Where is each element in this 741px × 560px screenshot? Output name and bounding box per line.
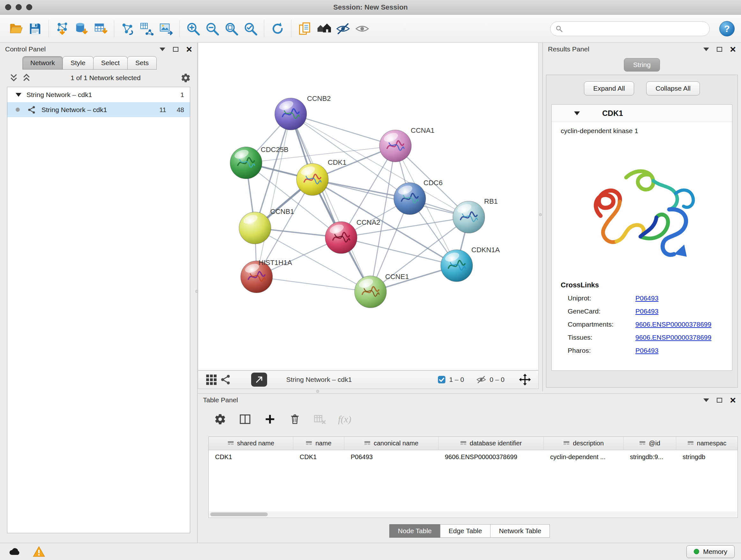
cell-canonical-name[interactable]: P06493 [344, 450, 439, 463]
network-node-ccna2[interactable] [325, 222, 357, 253]
show-all-button[interactable] [353, 19, 372, 39]
column-header-canonical-name[interactable]: canonical name [344, 437, 439, 450]
horizontal-splitter-handle[interactable] [316, 390, 319, 393]
scrollbar-thumb[interactable] [210, 512, 268, 516]
column-header-description[interactable]: description [544, 437, 623, 450]
gear-icon[interactable] [181, 73, 191, 83]
network-node-cdc6[interactable] [394, 183, 426, 214]
network-edge-ccna2-cdkn1a[interactable] [341, 238, 457, 266]
column-header-database-identifier[interactable]: database identifier [439, 437, 544, 450]
delete-column-button[interactable] [288, 412, 302, 426]
cell-id[interactable]: stringdb:9... [623, 450, 676, 463]
crosslink-link[interactable]: P06493 [635, 307, 658, 315]
network-node-rb1[interactable] [453, 201, 485, 233]
tree-item-current-network[interactable]: String Network – cdk1 11 48 [7, 102, 190, 117]
help-button[interactable]: ? [719, 21, 735, 37]
column-header-id[interactable]: @id [623, 437, 676, 450]
hidden-eye-slash-icon[interactable] [476, 374, 486, 385]
cell-namespace[interactable]: stringdb [676, 450, 738, 463]
table-row[interactable]: CDK1 CDK1 P06493 9606.ENSP00000378699 cy… [209, 450, 738, 463]
network-edge-hist1h1a-ccne1[interactable] [257, 277, 370, 292]
memory-button[interactable]: Memory [686, 545, 735, 558]
new-network-from-selection-button[interactable] [118, 19, 137, 39]
close-window-button[interactable] [5, 4, 11, 10]
panel-menu-icon[interactable] [159, 48, 165, 51]
network-node-ccnb2[interactable] [275, 98, 307, 130]
network-edge-ccnb2-hist1h1a[interactable] [257, 114, 291, 277]
network-node-cdkn1a[interactable] [441, 250, 473, 282]
home-button[interactable] [314, 19, 333, 39]
network-canvas[interactable]: CCNB2CCNA1CDC25BCDK1CDC6RB1CCNB1CCNA2CDK… [198, 43, 539, 370]
network-edge-ccnb2-ccna1[interactable] [291, 114, 395, 146]
import-table-button[interactable] [91, 19, 110, 39]
network-node-cdk1[interactable] [296, 164, 328, 195]
export-image-button[interactable] [156, 19, 176, 39]
tab-network[interactable]: Network [22, 56, 63, 70]
tab-string[interactable]: String [624, 58, 660, 71]
new-network-table-button[interactable] [137, 19, 156, 39]
network-node-ccna1[interactable] [380, 130, 411, 162]
panel-close-icon[interactable]: × [730, 395, 736, 405]
crosslink-link[interactable]: 9606.ENSP00000378699 [635, 334, 711, 341]
collapse-all-icon[interactable] [10, 73, 18, 83]
collapse-all-button[interactable]: Collapse All [646, 81, 700, 96]
horizontal-scrollbar[interactable] [209, 511, 737, 517]
tab-edge-table[interactable]: Edge Table [440, 524, 491, 538]
tree-item-network-collection[interactable]: String Network – cdk1 1 [7, 87, 190, 102]
function-builder-button[interactable]: f(x) [338, 412, 352, 426]
column-header-name[interactable]: name [293, 437, 344, 450]
panel-menu-icon[interactable] [703, 48, 709, 51]
panel-menu-icon[interactable] [703, 398, 709, 402]
network-node-cdc25b[interactable] [230, 147, 262, 179]
grid-view-icon[interactable] [204, 372, 219, 387]
delete-table-button[interactable] [313, 412, 327, 426]
tab-select[interactable]: Select [93, 56, 128, 70]
show-columns-button[interactable] [238, 412, 252, 426]
crosslink-link[interactable]: 9606.ENSP00000378699 [635, 320, 711, 328]
panel-float-icon[interactable] [717, 47, 722, 52]
zoom-selected-button[interactable] [241, 19, 260, 39]
network-edge-ccnb2-ccne1[interactable] [291, 114, 370, 292]
table-settings-button[interactable] [213, 412, 227, 426]
import-network-file-button[interactable] [53, 19, 72, 39]
crosslink-link[interactable]: P06493 [635, 347, 658, 354]
copy-documents-button[interactable] [295, 19, 314, 39]
expand-all-button[interactable]: Expand All [584, 81, 634, 96]
open-session-button[interactable] [6, 19, 25, 39]
zoom-window-button[interactable] [26, 4, 32, 10]
cloud-status-button[interactable] [6, 545, 23, 559]
selected-checkbox-icon[interactable] [437, 375, 446, 384]
vertical-splitter-handle[interactable] [195, 290, 198, 293]
zoom-out-button[interactable] [203, 19, 222, 39]
cell-name[interactable]: CDK1 [293, 450, 344, 463]
add-column-button[interactable] [263, 412, 277, 426]
panel-float-icon[interactable] [173, 47, 179, 52]
tab-network-table[interactable]: Network Table [490, 524, 550, 538]
network-node-ccne1[interactable] [354, 276, 387, 308]
minimize-window-button[interactable] [16, 4, 22, 10]
protein-card-header[interactable]: CDK1 [552, 105, 732, 122]
panel-close-icon[interactable]: × [186, 44, 192, 54]
tab-node-table[interactable]: Node Table [389, 524, 441, 538]
cell-description[interactable]: cyclin-dependent ... [544, 450, 623, 463]
cell-database-identifier[interactable]: 9606.ENSP00000378699 [439, 450, 544, 463]
chevron-down-icon[interactable] [16, 93, 21, 97]
zoom-in-button[interactable] [184, 19, 203, 39]
open-in-new-window-button[interactable] [251, 373, 267, 387]
zoom-fit-button[interactable] [222, 19, 241, 39]
chevron-down-icon[interactable] [574, 111, 580, 115]
tab-sets[interactable]: Sets [127, 56, 157, 70]
string-network-icon[interactable] [219, 372, 233, 387]
column-header-shared-name[interactable]: shared name [209, 437, 293, 450]
column-header-namespace[interactable]: namespac [676, 437, 738, 450]
import-network-database-button[interactable] [72, 19, 91, 39]
tab-style[interactable]: Style [63, 56, 93, 70]
move-crosshair-icon[interactable] [519, 373, 531, 386]
vertical-splitter-handle[interactable] [539, 213, 542, 216]
apply-layout-button[interactable] [268, 19, 287, 39]
search-input[interactable] [550, 21, 710, 36]
expand-all-icon[interactable] [22, 73, 30, 83]
panel-close-icon[interactable]: × [730, 44, 736, 54]
crosslink-link[interactable]: P06493 [635, 294, 658, 302]
network-node-ccnb1[interactable] [239, 212, 271, 244]
